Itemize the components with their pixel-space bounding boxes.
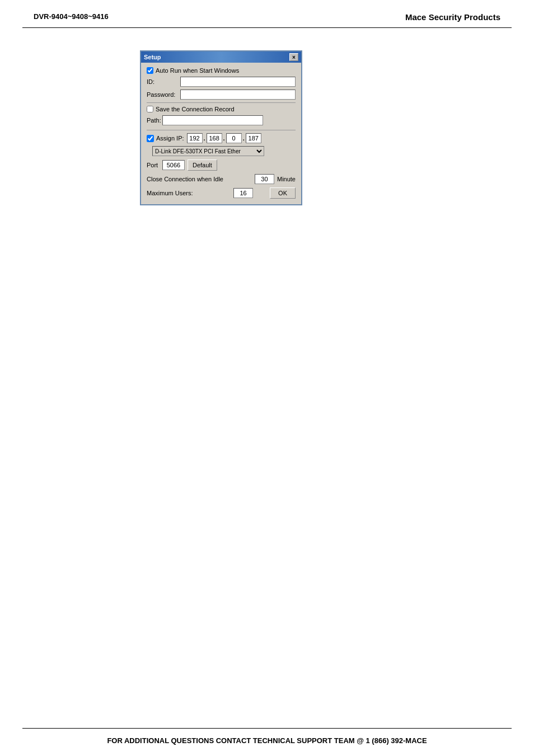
page-footer: FOR ADDITIONAL QUESTIONS CONTACT TECHNIC…: [0, 728, 534, 756]
assign-ip-checkbox[interactable]: [147, 135, 154, 142]
divider-2: [147, 130, 296, 130]
default-button[interactable]: Default: [188, 159, 217, 171]
idle-input[interactable]: [255, 174, 274, 184]
path-label: Path:: [147, 117, 162, 124]
ok-button[interactable]: OK: [270, 187, 296, 199]
footer-text: FOR ADDITIONAL QUESTIONS CONTACT TECHNIC…: [0, 729, 534, 756]
dialog-titlebar: Setup ×: [141, 51, 301, 63]
port-row: Port Default: [147, 159, 296, 171]
assign-ip-row: Assign IP: . . .: [147, 133, 296, 143]
auto-run-checkbox[interactable]: [147, 67, 153, 74]
ip-octet-1[interactable]: [187, 133, 203, 143]
dialog-body: Auto Run when Start Windows ID: Password…: [141, 63, 301, 204]
auto-run-row: Auto Run when Start Windows: [147, 67, 296, 74]
idle-unit: Minute: [277, 176, 296, 182]
port-label: Port: [147, 162, 162, 168]
id-row: ID:: [147, 77, 296, 87]
maxusers-label: Maximum Users:: [147, 190, 233, 196]
password-input[interactable]: [180, 90, 296, 100]
idle-row: Close Connection when Idle Minute: [147, 174, 296, 184]
assign-ip-label: Assign IP:: [156, 135, 184, 142]
ip-fields: . . .: [187, 133, 261, 143]
path-input[interactable]: [162, 115, 263, 125]
page-content: Setup × Auto Run when Start Windows ID: …: [0, 28, 534, 222]
page-header: DVR-9404~9408~9416 Mace Security Product…: [0, 0, 534, 27]
auto-run-label: Auto Run when Start Windows: [156, 67, 239, 74]
ip-octet-3[interactable]: [226, 133, 242, 143]
header-right-title: Mace Security Products: [405, 12, 500, 22]
save-connection-checkbox[interactable]: [147, 106, 153, 112]
path-row: Path:: [147, 115, 296, 125]
maxusers-input[interactable]: [233, 188, 253, 198]
adapter-row: D-Link DFE-530TX PCI Fast Ether: [147, 146, 296, 156]
dialog-title: Setup: [144, 54, 161, 60]
save-connection-label: Save the Connection Record: [156, 106, 235, 112]
idle-label: Close Connection when Idle: [147, 176, 255, 182]
setup-dialog: Setup × Auto Run when Start Windows ID: …: [140, 50, 302, 205]
save-connection-row: Save the Connection Record: [147, 106, 296, 112]
dialog-close-button[interactable]: ×: [289, 53, 298, 61]
port-input[interactable]: [162, 160, 185, 170]
header-left-title: DVR-9404~9408~9416: [34, 12, 109, 21]
password-row: Password:: [147, 90, 296, 100]
ip-octet-2[interactable]: [207, 133, 222, 143]
ip-octet-4[interactable]: [246, 133, 261, 143]
password-label: Password:: [147, 91, 180, 98]
id-input[interactable]: [180, 77, 296, 87]
maxusers-row: Maximum Users: OK: [147, 187, 296, 199]
divider-1: [147, 102, 296, 103]
adapter-select[interactable]: D-Link DFE-530TX PCI Fast Ether: [152, 146, 264, 156]
id-label: ID:: [147, 78, 180, 85]
